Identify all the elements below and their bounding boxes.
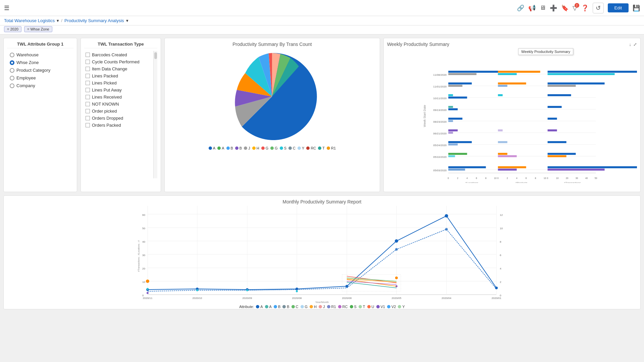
add-icon[interactable]: ➕ — [550, 4, 557, 12]
svg-rect-63 — [448, 106, 453, 108]
radio-label-company: Company — [16, 83, 35, 88]
cb-cycle-counts[interactable]: Cycle Counts Performed — [86, 59, 152, 64]
bookmark-icon[interactable]: 🔖 — [561, 4, 569, 12]
weekly-chart-title: Weekly Productivity Summary — [387, 42, 449, 47]
svg-point-134 — [147, 288, 149, 290]
svg-text:0: 0 — [547, 177, 548, 179]
monitor-icon[interactable]: 🖥 — [540, 4, 546, 11]
legend-t: T — [318, 146, 325, 150]
svg-rect-71 — [448, 85, 462, 87]
breadcrumb-root[interactable]: Total Warehouse Logistics — [4, 18, 55, 23]
svg-rect-64 — [448, 108, 458, 110]
cb-label-lines-packed: Lines Packed — [92, 73, 118, 78]
filter-tag-zone[interactable]: = Whse Zone — [24, 26, 52, 32]
svg-rect-76 — [448, 71, 504, 73]
cb-label-orders-dropped: Orders Dropped — [92, 116, 123, 121]
radio-company[interactable]: Company — [10, 83, 71, 88]
menu-icon[interactable]: ☰ — [4, 4, 9, 12]
save-icon[interactable]: 💾 — [633, 4, 640, 12]
monthly-chart-svg: 0 10 20 30 40 50 60 0 2 4 6 8 10 12 #Tra… — [7, 206, 637, 303]
svg-rect-78 — [498, 71, 540, 73]
svg-text:10: 10 — [500, 227, 503, 230]
legend-rc: RC — [306, 146, 316, 150]
legend-j: J — [244, 146, 250, 150]
radio-product-category[interactable]: Product Category — [10, 68, 71, 73]
broadcast-icon[interactable]: 📢 — [528, 4, 536, 12]
svg-text:2020/11: 2020/11 — [143, 297, 153, 300]
reset-button[interactable]: ↺ — [593, 3, 604, 13]
cb-orders-dropped[interactable]: Orders Dropped — [86, 116, 152, 121]
cb-item-data-change[interactable]: Item Data Change — [86, 66, 152, 71]
svg-point-133 — [395, 277, 398, 279]
svg-text:2020/05: 2020/05 — [392, 297, 401, 300]
legend-b1: B — [226, 146, 233, 150]
svg-text:60: 60 — [142, 214, 145, 217]
cb-orders-packed[interactable]: Orders Packed — [86, 123, 152, 128]
main-content: TWL Attribute Group 1 Warehouse Whse Zon… — [0, 35, 644, 313]
weekly-download-icon[interactable]: ↓ — [629, 42, 632, 47]
legend-a1: A — [209, 146, 215, 150]
svg-text:2020/06: 2020/06 — [342, 297, 352, 300]
filter-badge-container[interactable]: ▽ 2 — [573, 4, 577, 12]
cb-label-orders-packed: Orders Packed — [92, 123, 121, 128]
svg-text:6: 6 — [500, 254, 501, 257]
svg-rect-43 — [498, 169, 517, 171]
cb-lines-received[interactable]: Lines Received — [86, 95, 152, 100]
attr-group-panel: TWL Attribute Group 1 Warehouse Whse Zon… — [3, 38, 77, 192]
radio-circle-employee — [10, 76, 14, 80]
cb-label-cycle: Cycle Counts Performed — [92, 59, 140, 64]
cb-label-item-data: Item Data Change — [92, 66, 127, 71]
breadcrumb-current[interactable]: Productivity Summary Analysis — [64, 18, 124, 23]
cb-box-order-picked — [86, 109, 90, 113]
monthly-legend-u: U — [367, 305, 374, 309]
cb-order-picked[interactable]: Order picked — [86, 109, 152, 114]
cb-box-lines-put-away — [86, 88, 90, 92]
legend-g1: G — [261, 146, 269, 150]
pie-chart-svg — [225, 50, 319, 143]
svg-rect-45 — [547, 169, 604, 171]
svg-text:#Products: #Products — [515, 181, 527, 183]
monthly-chart-title: Monthly Productivity Summary Report — [7, 199, 637, 204]
svg-text:05/10/2020: 05/10/2020 — [433, 156, 447, 159]
pie-chart-container: A A B B J H G G S C Y RC T R1 — [168, 50, 376, 150]
svg-text:4: 4 — [500, 267, 501, 270]
svg-point-130 — [395, 248, 398, 251]
svg-text:40: 40 — [142, 240, 145, 243]
radio-circle-warehouse — [10, 53, 14, 57]
radio-circle-whse-zone — [10, 60, 14, 65]
edit-button[interactable]: Edit — [608, 3, 629, 12]
svg-rect-52 — [448, 141, 472, 143]
svg-rect-48 — [498, 153, 507, 155]
cb-label-barcodes: Barcodes Created — [92, 52, 127, 57]
svg-rect-42 — [498, 166, 526, 168]
svg-point-127 — [395, 239, 398, 243]
weekly-chart-header: Weekly Productivity Summary ↓ ⤢ — [387, 42, 637, 47]
filter-tag-year[interactable]: = 2020 — [4, 26, 21, 32]
svg-text:11/08/2020: 11/08/2020 — [433, 73, 447, 76]
svg-rect-73 — [498, 85, 507, 87]
svg-rect-61 — [448, 120, 453, 122]
cb-label-not-known: NOT KNOWN — [92, 102, 119, 107]
weekly-chart-panel: Weekly Productivity Summary ↓ ⤢ Weekly P… — [383, 38, 641, 192]
cb-lines-put-away[interactable]: Lines Put Away — [86, 87, 152, 93]
radio-whse-zone[interactable]: Whse Zone — [10, 60, 71, 65]
cb-lines-picked[interactable]: Lines Picked — [86, 80, 152, 85]
radio-warehouse[interactable]: Warehouse — [10, 52, 71, 57]
cb-not-known[interactable]: NOT KNOWN — [86, 102, 152, 107]
help-icon[interactable]: ❓ — [581, 4, 589, 12]
svg-text:8: 8 — [535, 177, 536, 179]
svg-text:2020/10: 2020/10 — [193, 297, 202, 300]
svg-rect-44 — [547, 166, 637, 168]
weekly-expand-icon[interactable]: ⤢ — [633, 42, 637, 47]
link-icon[interactable]: 🔗 — [517, 4, 524, 12]
cb-barcodes-created[interactable]: Barcodes Created — [86, 52, 152, 57]
trans-scrollbar[interactable] — [153, 51, 157, 178]
breadcrumb-separator: / — [61, 18, 62, 23]
cb-box-lines-picked — [86, 81, 90, 85]
attribute-label: Attribute: — [239, 305, 254, 309]
pie-chart-title: Productivity Summary By Trans Count — [168, 42, 376, 47]
radio-employee[interactable]: Employee — [10, 75, 71, 80]
cb-box-orders-packed — [86, 123, 90, 127]
cb-lines-packed[interactable]: Lines Packed — [86, 73, 152, 78]
svg-rect-56 — [448, 129, 458, 131]
